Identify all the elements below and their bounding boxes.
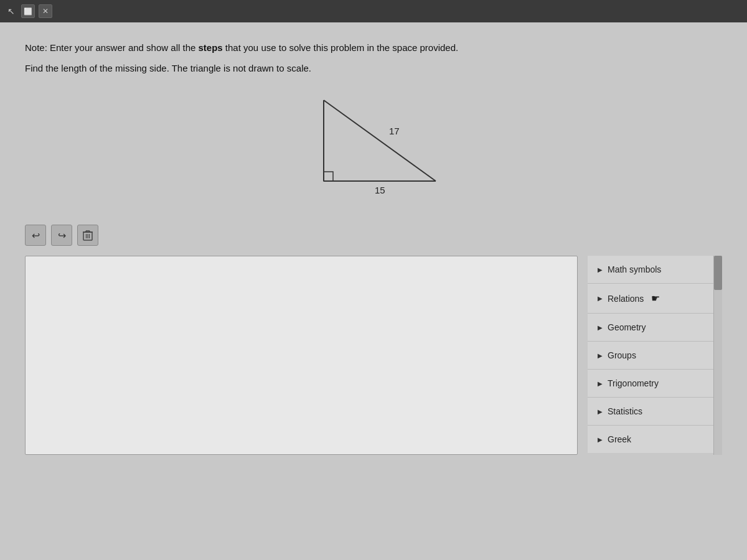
note-text: Note: Enter your answer and show all the… [25,41,722,55]
question-text: Find the length of the missing side. The… [25,62,722,76]
delete-button[interactable] [77,225,98,246]
sidebar-wrapper: ▶Math symbols▶Relations☛▶Geometry▶Groups… [588,256,722,455]
sidebar-arrow-groups: ▶ [598,352,603,359]
scrollbar[interactable] [713,256,722,455]
sidebar-label-statistics: Statistics [608,406,642,416]
sidebar-label-trigonometry: Trigonometry [608,378,659,388]
sidebar-arrow-math-symbols: ▶ [598,266,603,273]
undo-button[interactable]: ↩ [25,225,46,246]
sidebar-label-relations: Relations [608,294,644,304]
sidebar-arrow-statistics: ▶ [598,408,603,415]
bottom-section: ▶Math symbols▶Relations☛▶Geometry▶Groups… [25,256,722,455]
sidebar-arrow-trigonometry: ▶ [598,380,603,387]
sidebar-arrow-greek: ▶ [598,436,603,443]
svg-rect-3 [324,172,333,181]
hand-cursor-icon: ☛ [651,292,660,304]
main-content: Note: Enter your answer and show all the… [0,22,747,560]
close-button[interactable]: ✕ [39,4,52,18]
svg-line-2 [324,100,436,181]
sidebar-item-math-symbols[interactable]: ▶Math symbols [588,256,713,284]
svg-text:17: 17 [389,126,400,136]
sidebar-label-math-symbols: Math symbols [608,264,661,274]
sidebar-label-groups: Groups [608,350,636,360]
answer-area[interactable] [25,256,578,455]
sidebar-item-statistics[interactable]: ▶Statistics [588,398,713,426]
sidebar-item-groups[interactable]: ▶Groups [588,342,713,370]
triangle-svg: 17 15 [274,88,473,212]
sidebar-item-relations[interactable]: ▶Relations☛ [588,284,713,314]
svg-text:15: 15 [375,185,385,195]
sidebar-arrow-relations: ▶ [598,295,603,302]
scrollbar-handle[interactable] [714,256,722,290]
sidebar-label-greek: Greek [608,434,631,444]
cursor-icon[interactable]: ↖ [5,5,17,17]
sidebar-label-geometry: Geometry [608,322,646,332]
sidebar-item-geometry[interactable]: ▶Geometry [588,314,713,342]
sidebar-item-greek[interactable]: ▶Greek [588,426,713,453]
redo-button[interactable]: ↪ [51,225,72,246]
controls-row: ↩ ↪ [25,225,722,246]
triangle-diagram: 17 15 [25,88,722,212]
titlebar-btn-1[interactable]: ⬜ [21,4,35,18]
sidebar-item-trigonometry[interactable]: ▶Trigonometry [588,370,713,398]
title-bar: ↖ ⬜ ✕ [0,0,747,22]
sidebar-items: ▶Math symbols▶Relations☛▶Geometry▶Groups… [588,256,713,455]
sidebar-arrow-geometry: ▶ [598,324,603,331]
